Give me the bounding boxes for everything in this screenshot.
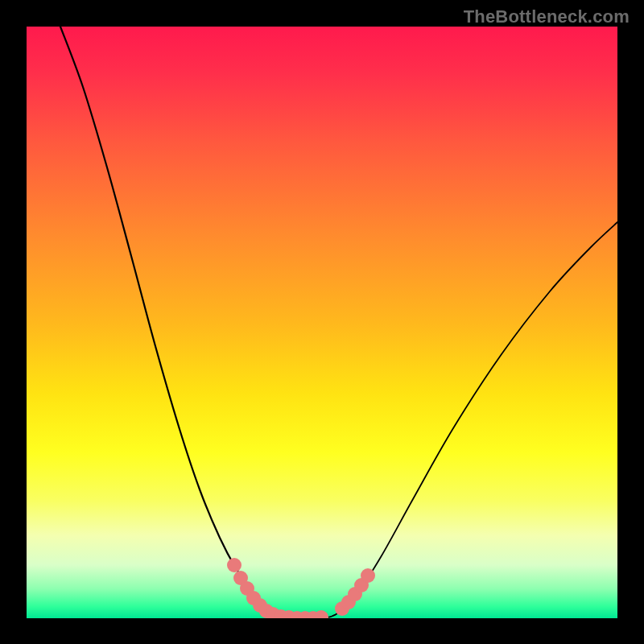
marker-dot: [361, 568, 375, 583]
curves-layer: [27, 27, 617, 618]
left-curve: [60, 27, 292, 618]
marker-dot: [227, 558, 242, 572]
chart-stage: TheBottleneck.com: [0, 0, 644, 644]
right-curve: [324, 222, 617, 618]
watermark-text: TheBottleneck.com: [464, 6, 630, 27]
marker-dot: [314, 610, 328, 618]
plot-frame: [27, 27, 617, 618]
